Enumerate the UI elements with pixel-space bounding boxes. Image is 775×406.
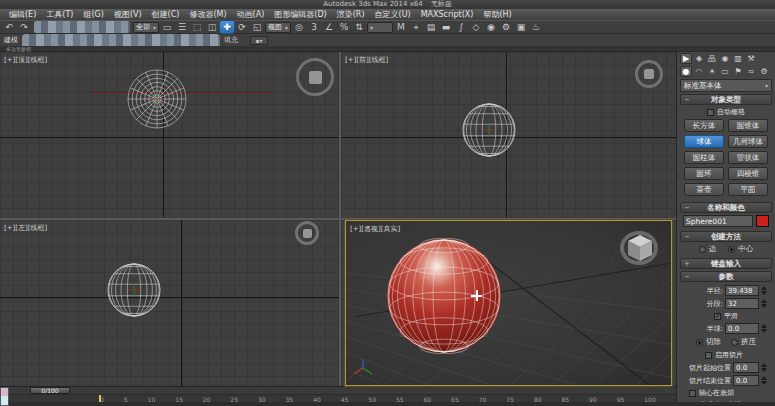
chop-radio[interactable]: 切除 <box>696 337 721 347</box>
graphite-ribbon-toggle-icon[interactable]: ▬ <box>439 21 453 33</box>
track-bar[interactable]: 0510152025303540455055606570758085909510… <box>0 394 676 402</box>
viewport-front[interactable]: [+][前][线框] <box>341 52 676 218</box>
selection-filter-dropdown[interactable]: 全部 <box>133 22 159 33</box>
radius-field[interactable]: 39.438 <box>725 285 759 296</box>
object-type-button[interactable]: 四棱锥 <box>728 167 768 180</box>
viewport-top-label[interactable]: [+][顶][线框] <box>4 55 47 65</box>
object-type-button[interactable]: 平面 <box>728 183 768 196</box>
object-type-button[interactable]: 圆柱体 <box>684 151 724 164</box>
lights-category[interactable]: ☀ <box>706 66 718 77</box>
utilities-tab[interactable]: ⚒ <box>745 53 757 64</box>
viewcube-face[interactable] <box>644 69 654 79</box>
shapes-category[interactable]: ◠ <box>693 66 705 77</box>
viewport-top[interactable]: [+][顶][线框] <box>0 52 339 218</box>
viewport-left[interactable]: [+][左][线框] <box>0 220 339 386</box>
select-and-move-icon[interactable]: ✚ <box>220 21 234 33</box>
align-icon[interactable]: ⌖ <box>409 21 423 33</box>
radius-spinner[interactable] <box>761 286 767 295</box>
menu-item[interactable]: 自定义(U) <box>370 9 416 20</box>
collapse-icon[interactable]: − <box>684 96 690 104</box>
select-and-rotate-icon[interactable]: ⟳ <box>235 21 249 33</box>
segments-field[interactable]: 32 <box>725 298 759 309</box>
mirror-icon[interactable]: M <box>394 21 408 33</box>
viewport-left-label[interactable]: [+][左][线框] <box>4 223 47 233</box>
menu-item[interactable]: 图形编辑器(D) <box>269 9 331 20</box>
render-production-icon[interactable]: ♨ <box>529 21 543 33</box>
redo-icon[interactable]: ↷ <box>17 21 31 33</box>
object-color-swatch[interactable] <box>756 215 769 227</box>
snap-toggle-3d-icon[interactable]: 3 <box>307 21 321 33</box>
percent-snap-icon[interactable]: % <box>337 21 351 33</box>
layer-manager-icon[interactable]: ▤ <box>424 21 438 33</box>
slice-to-spinner[interactable] <box>761 376 767 385</box>
object-type-button[interactable]: 圆环 <box>684 167 724 180</box>
ribbon-tab-populate[interactable]: 填充 <box>220 35 242 45</box>
viewcube-3d[interactable] <box>618 227 662 271</box>
rollout-header[interactable]: − 名称和颜色 <box>680 202 772 213</box>
subcategory-dropdown[interactable]: 标准基本体 <box>680 79 772 92</box>
select-object-icon[interactable]: ▭ <box>160 21 174 33</box>
ribbon-tab-modeling[interactable]: 建模 <box>0 35 22 45</box>
creation-method-radio[interactable]: 中心 <box>728 244 753 254</box>
object-name-field[interactable]: Sphere001 <box>683 215 753 227</box>
viewport-front-label[interactable]: [+][前][线框] <box>345 55 388 65</box>
use-pivot-center-icon[interactable]: ◎ <box>292 21 306 33</box>
segments-spinner[interactable] <box>761 299 767 308</box>
menu-item[interactable]: 组(G) <box>78 9 108 20</box>
display-tab[interactable]: ▥ <box>732 53 744 64</box>
maxscript-mini-listener[interactable] <box>0 387 9 406</box>
rollout-header[interactable]: + 键盘输入 <box>680 258 772 269</box>
named-selection-dropdown[interactable] <box>367 22 393 33</box>
slice-from-field[interactable]: 0.0 <box>733 362 759 373</box>
squash-radio[interactable]: 挤压 <box>731 337 756 347</box>
hierarchy-tab[interactable]: 品 <box>706 53 718 64</box>
undo-icon[interactable]: ↶ <box>2 21 16 33</box>
viewport-perspective-label[interactable]: [+][透视][真实] <box>350 224 400 234</box>
autogrid-checkbox[interactable] <box>707 109 714 116</box>
cameras-category[interactable]: ▭ <box>719 66 731 77</box>
menu-item[interactable]: 动画(A) <box>232 9 270 20</box>
time-slider-handle[interactable]: 0/100 <box>30 387 70 394</box>
select-by-name-icon[interactable]: ☰ <box>175 21 189 33</box>
creation-method-radio[interactable]: 边 <box>699 244 717 254</box>
curve-editor-icon[interactable]: ∫ <box>454 21 468 33</box>
angle-snap-icon[interactable]: ∠ <box>322 21 336 33</box>
geometry-category[interactable]: ● <box>680 66 692 77</box>
enable-slice-checkbox[interactable] <box>705 352 712 359</box>
viewport-perspective-active[interactable]: [+][透视][真实] <box>345 220 672 386</box>
object-type-button[interactable]: 几何球体 <box>728 135 768 148</box>
base-to-pivot-checkbox[interactable] <box>689 390 696 397</box>
material-editor-icon[interactable]: ◉ <box>484 21 498 33</box>
collapse-icon[interactable]: − <box>684 204 690 212</box>
systems-category[interactable]: ⚙ <box>758 66 770 77</box>
collapse-icon[interactable]: + <box>684 260 690 268</box>
reference-coordinate-dropdown[interactable]: 视图 <box>265 22 291 33</box>
menu-item[interactable]: 修改器(M) <box>184 9 231 20</box>
window-crossing-icon[interactable]: ◫ <box>205 21 219 33</box>
rollout-header[interactable]: − 对象类型 <box>680 94 772 105</box>
menu-item[interactable]: 渲染(R) <box>332 9 370 20</box>
create-tab[interactable]: ▶ <box>680 53 692 64</box>
menu-item[interactable]: 视图(V) <box>109 9 147 20</box>
object-type-button[interactable]: 管状体 <box>728 151 768 164</box>
slice-to-field[interactable]: 0.0 <box>733 375 759 386</box>
render-setup-icon[interactable]: ⚙ <box>499 21 513 33</box>
object-type-button[interactable]: 长方体 <box>684 119 724 132</box>
slice-from-spinner[interactable] <box>761 363 767 372</box>
spacewarps-category[interactable]: ≈ <box>745 66 757 77</box>
ribbon-minimize-dropdown[interactable]: ▪▾ <box>250 36 268 45</box>
rectangular-selection-region-icon[interactable]: ⬚ <box>190 21 204 33</box>
viewcube[interactable] <box>295 221 319 245</box>
collapse-icon[interactable]: − <box>684 273 690 281</box>
menu-item[interactable]: 创建(C) <box>147 9 185 20</box>
menu-item[interactable]: 帮助(H) <box>478 9 516 20</box>
helpers-category[interactable]: ⚑ <box>732 66 744 77</box>
menu-item[interactable]: MAXScript(X) <box>416 10 479 19</box>
menu-item[interactable]: 工具(T) <box>41 9 78 20</box>
object-type-button[interactable]: 茶壶 <box>684 183 724 196</box>
collapse-icon[interactable]: − <box>684 233 690 241</box>
hemisphere-spinner[interactable] <box>761 324 767 333</box>
modify-tab[interactable]: ◈ <box>693 53 705 64</box>
hemisphere-field[interactable]: 0.0 <box>725 323 759 334</box>
viewcube-face[interactable] <box>309 71 322 84</box>
